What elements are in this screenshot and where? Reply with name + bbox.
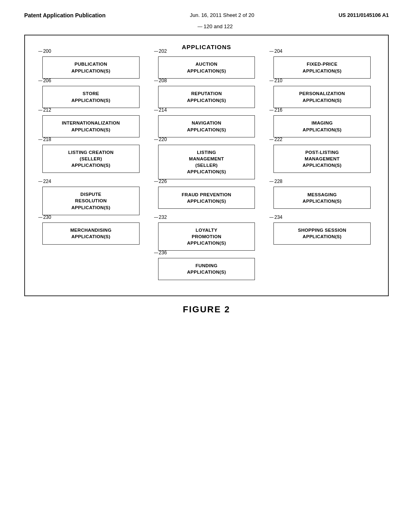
app-cell-204: 204FIXED-PRICEAPPLICATION(S) [273,56,371,79]
app-cell-234: 234SHOPPING SESSIONAPPLICATION(S) [273,222,371,251]
header-left: Patent Application Publication [24,12,106,19]
app-number-234: 234 [274,214,282,220]
app-number-236: 236 [159,250,167,256]
app-cell-214: 214NAVIGATIONAPPLICATION(S) [158,115,255,137]
app-box-220: LISTINGMANAGEMENT(SELLER)APPLICATION(S) [158,145,255,179]
header-right: US 2011/0145106 A1 [338,12,389,18]
app-row-3: 218LISTING CREATION(SELLER)APPLICATION(S… [33,145,380,179]
app-number-230: 230 [43,214,51,220]
app-cell-228: 228MESSAGINGAPPLICATION(S) [273,187,371,215]
app-number-204: 204 [274,48,282,54]
app-box-216: IMAGINGAPPLICATION(S) [273,115,371,137]
app-number-222: 222 [274,137,282,142]
app-number-218: 218 [43,137,51,142]
app-cell-224: 224DISPUTERESOLUTIONAPPLICATION(S) [42,187,140,215]
app-number-226: 226 [159,179,167,184]
app-box-226: FRAUD PREVENTIONAPPLICATION(S) [158,187,255,209]
app-cell-212: 212INTERNATIONALIZATIONAPPLICATION(S) [42,115,140,137]
app-number-208: 208 [159,78,167,83]
app-cell-226: 226FRAUD PREVENTIONAPPLICATION(S) [158,187,255,215]
app-number-206: 206 [43,78,51,83]
app-row-5: 230MERCHANDISINGAPPLICATION(S)232LOYALTY… [33,222,380,251]
app-box-230: MERCHANDISINGAPPLICATION(S) [42,222,140,245]
app-number-228: 228 [274,179,282,184]
app-row-1: 206STOREAPPLICATION(S)208REPUTATIONAPPLI… [33,86,380,108]
app-box-214: NAVIGATIONAPPLICATION(S) [158,115,255,137]
app-box-234: SHOPPING SESSIONAPPLICATION(S) [273,222,371,245]
app-number-200: 200 [43,48,51,54]
app-box-202: AUCTIONAPPLICATION(S) [158,56,255,79]
app-box-218: LISTING CREATION(SELLER)APPLICATION(S) [42,145,140,173]
figure-caption: FIGURE 2 [0,304,413,315]
app-cell-208: 208REPUTATIONAPPLICATION(S) [158,86,255,108]
app-number-216: 216 [274,107,282,113]
app-number-212: 212 [43,107,51,113]
app-cell-220: 220LISTINGMANAGEMENT(SELLER)APPLICATION(… [158,145,255,179]
diagram-container: 120 and 122 APPLICATIONS 200PUBLICATIONA… [24,35,389,296]
app-number-202: 202 [159,48,167,54]
app-cell-236: 236FUNDINGAPPLICATION(S) [158,258,255,280]
app-box-228: MESSAGINGAPPLICATION(S) [273,187,371,209]
app-cell-216: 216IMAGINGAPPLICATION(S) [273,115,371,137]
app-number-224: 224 [43,179,51,184]
app-box-208: REPUTATIONAPPLICATION(S) [158,86,255,108]
apps-grid: 200PUBLICATIONAPPLICATION(S)202AUCTIONAP… [33,56,380,287]
app-cell-222: 222POST-LISTINGMANAGEMENTAPPLICATION(S) [273,145,371,179]
app-box-200: PUBLICATIONAPPLICATION(S) [42,56,140,79]
app-cell-200: 200PUBLICATIONAPPLICATION(S) [42,56,140,79]
app-box-212: INTERNATIONALIZATIONAPPLICATION(S) [42,115,140,137]
app-cell-230: 230MERCHANDISINGAPPLICATION(S) [42,222,140,251]
app-cell-210: 210PERSONALIZATIONAPPLICATION(S) [273,86,371,108]
app-box-236: FUNDINGAPPLICATION(S) [158,258,255,280]
app-box-204: FIXED-PRICEAPPLICATION(S) [273,56,371,79]
app-box-206: STOREAPPLICATION(S) [42,86,140,108]
app-box-222: POST-LISTINGMANAGEMENTAPPLICATION(S) [273,145,371,173]
app-row-2: 212INTERNATIONALIZATIONAPPLICATION(S)214… [33,115,380,137]
app-cell-218: 218LISTING CREATION(SELLER)APPLICATION(S… [42,145,140,179]
header-center: Jun. 16, 2011 Sheet 2 of 20 [190,12,254,18]
outer-label: 120 and 122 [204,23,233,29]
app-number-220: 220 [159,137,167,142]
app-row-0: 200PUBLICATIONAPPLICATION(S)202AUCTIONAP… [33,56,380,79]
app-cell-232: 232LOYALTYPROMOTIONAPPLICATION(S) [158,222,255,251]
app-cell-206: 206STOREAPPLICATION(S) [42,86,140,108]
page-header: Patent Application Publication Jun. 16, … [0,0,413,23]
app-number-232: 232 [159,214,167,220]
app-box-232: LOYALTYPROMOTIONAPPLICATION(S) [158,222,255,251]
app-number-214: 214 [159,107,167,113]
app-row-6: 236FUNDINGAPPLICATION(S) [33,258,380,280]
app-number-210: 210 [274,78,282,83]
app-row-4: 224DISPUTERESOLUTIONAPPLICATION(S)226FRA… [33,187,380,215]
app-box-210: PERSONALIZATIONAPPLICATION(S) [273,86,371,108]
app-box-224: DISPUTERESOLUTIONAPPLICATION(S) [42,187,140,215]
section-title: APPLICATIONS [33,44,380,50]
app-cell-202: 202AUCTIONAPPLICATION(S) [158,56,255,79]
